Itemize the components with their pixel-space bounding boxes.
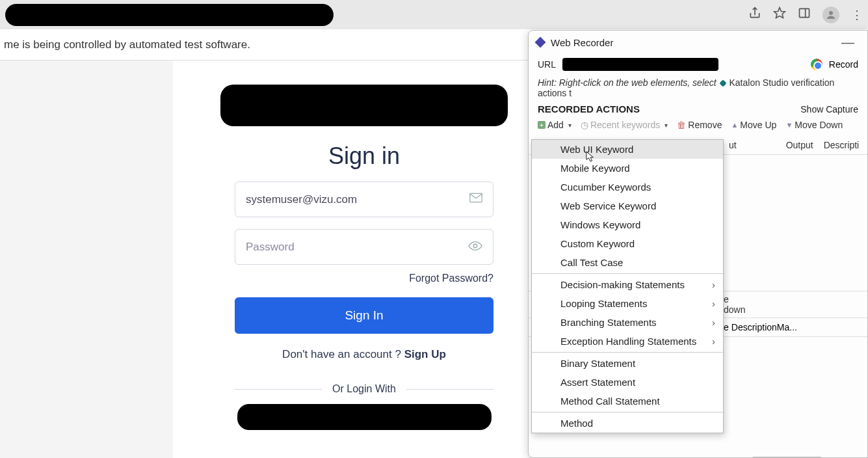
mail-icon <box>469 193 482 206</box>
browser-toolbar: ⋮ <box>0 0 868 29</box>
hint-text: Hint: Right-click on the web elements, s… <box>529 75 867 101</box>
url-input[interactable] <box>562 58 718 71</box>
url-row: URL Record <box>529 54 867 75</box>
menu-looping-statements[interactable]: Looping Statements <box>532 294 723 313</box>
down-icon: ▼ <box>785 121 793 129</box>
show-capture-link[interactable]: Show Capture <box>800 104 858 114</box>
plus-icon: + <box>538 121 546 129</box>
recorder-toolbar: +Add ◷Recent keywords 🗑Remove ▲Move Up ▼… <box>529 114 867 135</box>
redacted-social <box>237 404 492 430</box>
menu-decision-statements[interactable]: Decision-making Statements <box>532 275 723 294</box>
web-recorder-panel: Web Recorder — URL Record Hint: Right-cl… <box>528 30 868 458</box>
move-down-button[interactable]: ▼Move Down <box>783 118 845 131</box>
menu-web-ui-keyword[interactable]: Web UI Keyword <box>532 140 723 159</box>
col-ma[interactable]: Ma... <box>777 322 797 332</box>
password-field-wrap[interactable] <box>235 229 493 265</box>
redacted-logo <box>220 85 508 126</box>
eye-icon[interactable] <box>468 240 482 254</box>
forgot-password-link[interactable]: Forgot Password? <box>235 273 493 284</box>
password-field[interactable] <box>246 241 468 254</box>
katalon-icon <box>535 37 546 48</box>
col-output[interactable]: Output <box>781 140 819 150</box>
signin-button[interactable]: Sign In <box>235 297 493 334</box>
svg-marker-0 <box>774 8 785 18</box>
chrome-icon[interactable] <box>811 59 822 70</box>
record-button[interactable]: Record <box>829 59 858 70</box>
panel-icon[interactable] <box>798 7 811 23</box>
share-icon[interactable] <box>748 7 761 23</box>
menu-method[interactable]: Method <box>532 414 723 433</box>
col-object[interactable]: ut <box>724 140 742 150</box>
add-dropdown-menu: Web UI Keyword Mobile Keyword Cucumber K… <box>531 139 724 433</box>
menu-web-service-keyword[interactable]: Web Service Keyword <box>532 196 723 215</box>
katalon-dot-icon <box>719 80 726 87</box>
signup-row: Don't have an account ? Sign Up <box>173 348 555 361</box>
menu-mobile-keyword[interactable]: Mobile Keyword <box>532 159 723 178</box>
menu-binary-statement[interactable]: Binary Statement <box>532 354 723 373</box>
recorded-actions-header: RECORDED ACTIONS Show Capture <box>529 101 867 114</box>
menu-branching-statements[interactable]: Branching Statements <box>532 313 723 332</box>
col-e[interactable]: e <box>724 322 729 332</box>
menu-call-test-case[interactable]: Call Test Case <box>532 253 723 272</box>
svg-point-3 <box>829 11 833 15</box>
col-description[interactable]: Descripti <box>819 140 864 150</box>
menu-assert-statement[interactable]: Assert Statement <box>532 373 723 392</box>
remove-button[interactable]: 🗑Remove <box>674 118 724 131</box>
email-field-wrap[interactable] <box>235 182 493 217</box>
recent-keywords-button[interactable]: ◷Recent keywords <box>578 118 670 131</box>
col-desc2[interactable]: Description <box>731 322 777 332</box>
menu-separator-2 <box>532 352 723 353</box>
address-bar[interactable] <box>5 4 334 26</box>
add-button[interactable]: +Add <box>535 118 574 131</box>
or-divider: Or Login With <box>235 383 493 395</box>
menu-separator <box>532 273 723 274</box>
svg-rect-1 <box>800 8 809 17</box>
menu-method-call-statement[interactable]: Method Call Statement <box>532 392 723 411</box>
recorder-titlebar: Web Recorder — <box>529 31 867 54</box>
signin-title: Sign in <box>173 142 555 170</box>
kebab-menu-icon[interactable]: ⋮ <box>851 8 863 22</box>
login-card: Sign in Forgot Password? Sign In Don't h… <box>173 61 555 458</box>
move-up-button[interactable]: ▲Move Up <box>728 118 779 131</box>
minimize-button[interactable]: — <box>841 35 860 50</box>
signup-link[interactable]: Sign Up <box>404 348 446 360</box>
menu-separator-3 <box>532 412 723 412</box>
svg-rect-4 <box>470 193 482 202</box>
star-icon[interactable] <box>773 7 786 23</box>
menu-windows-keyword[interactable]: Windows Keyword <box>532 215 723 234</box>
menu-exception-statements[interactable]: Exception Handling Statements <box>532 332 723 351</box>
profile-icon[interactable] <box>822 7 839 23</box>
up-icon: ▲ <box>731 121 738 129</box>
url-label: URL <box>538 59 556 70</box>
svg-point-5 <box>473 244 477 248</box>
menu-cucumber-keywords[interactable]: Cucumber Keywords <box>532 178 723 196</box>
email-field[interactable] <box>246 193 469 206</box>
clock-icon: ◷ <box>581 120 588 130</box>
trash-icon: 🗑 <box>677 120 686 130</box>
menu-custom-keyword[interactable]: Custom Keyword <box>532 234 723 253</box>
